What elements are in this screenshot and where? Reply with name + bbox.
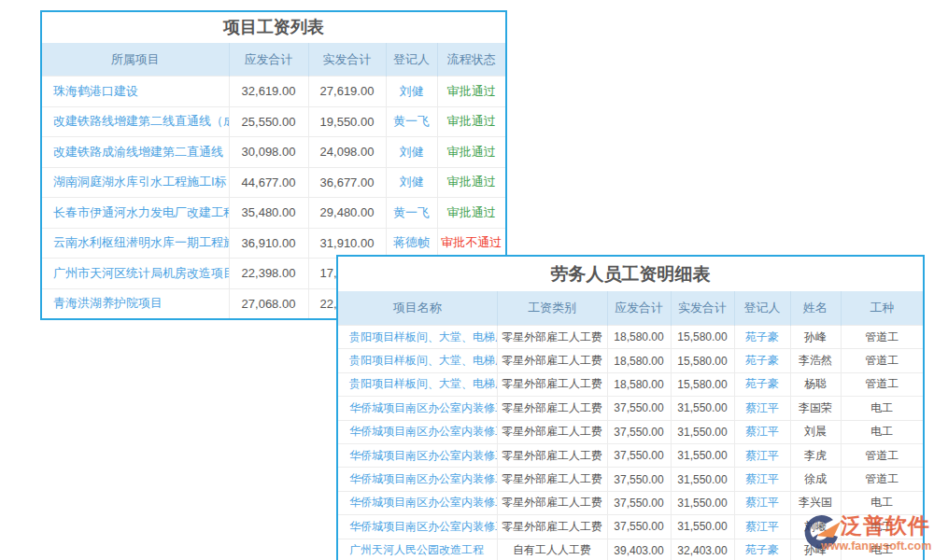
name-cell: 李浩然	[790, 349, 841, 372]
status-cell: 审批不通过	[437, 228, 505, 259]
worktype-cell: 电工	[841, 420, 923, 443]
paid-cell: 29,480.00	[308, 198, 386, 229]
paid-cell: 15,580.00	[671, 349, 734, 372]
project-link[interactable]: 华侨城项目南区办公室内装修工程	[338, 397, 497, 420]
paid-cell: 15,580.00	[671, 372, 734, 396]
payable-cell: 37,550.00	[607, 468, 671, 491]
project-link[interactable]: 改建铁路成渝线增建第二直通线（...	[42, 137, 229, 168]
category-cell: 自有工人人工费	[497, 539, 607, 560]
registrant-link[interactable]: 蔡江平	[734, 420, 790, 443]
table-row: 贵阳项目样板间、大堂、电梯厅装修零星外部雇工人工费18,580.0015,580…	[338, 372, 923, 396]
worktype-cell: 电工	[841, 515, 923, 539]
category-cell: 零星外部雇工人工费	[497, 397, 607, 420]
registrant-link[interactable]: 刘健	[386, 167, 437, 198]
registrant-link[interactable]: 苑子豪	[734, 372, 790, 396]
column-header-project: 项目名称	[338, 291, 497, 326]
name-cell: 李兴国	[790, 491, 841, 514]
table-title: 劳务人员工资明细表	[338, 257, 923, 291]
payable-cell: 27,068.00	[229, 288, 308, 318]
name-cell: 李国荣	[790, 397, 841, 420]
column-header-status: 流程状态	[437, 43, 505, 77]
name-cell: 刘曦	[790, 515, 841, 539]
registrant-link[interactable]: 蔡江平	[734, 397, 790, 420]
category-cell: 零星外部雇工人工费	[497, 515, 607, 539]
project-link[interactable]: 华侨城项目南区办公室内装修工程	[338, 420, 497, 443]
column-header-paid: 实发合计	[671, 291, 734, 326]
worktype-cell: 电工	[841, 491, 923, 514]
project-link[interactable]: 青海洪湖养护院项目	[42, 288, 229, 318]
project-link[interactable]: 广州市天河区统计局机房改造项目	[42, 259, 229, 289]
payable-cell: 22,398.00	[229, 259, 308, 289]
project-link[interactable]: 华侨城项目南区办公室内装修工程	[338, 468, 497, 491]
name-cell: 孙峰	[790, 326, 841, 349]
registrant-link[interactable]: 刘健	[386, 77, 437, 107]
table-row: 华侨城项目南区办公室内装修工程零星外部雇工人工费37,550.0031,550.…	[338, 468, 923, 491]
name-cell: 孙峰	[790, 539, 841, 560]
column-header-registrant: 登记人	[386, 43, 437, 77]
project-link[interactable]: 长春市伊通河水力发电厂改建工程	[42, 198, 229, 229]
project-link[interactable]: 云南水利枢纽潜明水库一期工程施...	[42, 228, 229, 259]
worktype-cell: 管道工	[841, 349, 923, 372]
project-link[interactable]: 华侨城项目南区办公室内装修工程	[338, 515, 497, 539]
project-link[interactable]: 华侨城项目南区办公室内装修工程	[338, 443, 497, 467]
paid-cell: 36,677.00	[308, 167, 386, 198]
payable-cell: 36,910.00	[229, 228, 308, 259]
project-link[interactable]: 湖南洞庭湖水库引水工程施工I标	[42, 167, 229, 198]
table-row: 贵阳项目样板间、大堂、电梯厅装修零星外部雇工人工费18,580.0015,580…	[338, 349, 923, 372]
payable-cell: 37,550.00	[607, 491, 671, 514]
project-link[interactable]: 贵阳项目样板间、大堂、电梯厅装修	[338, 326, 497, 349]
registrant-link[interactable]: 刘健	[386, 137, 437, 168]
registrant-link[interactable]: 苑子豪	[734, 349, 790, 372]
category-cell: 零星外部雇工人工费	[497, 372, 607, 396]
project-link[interactable]: 广州天河人民公园改造工程	[338, 539, 497, 560]
registrant-link[interactable]: 蒋德帧	[386, 228, 437, 259]
worktype-cell: 管道工	[841, 372, 923, 396]
column-header-payable: 应发合计	[607, 291, 671, 326]
project-link[interactable]: 华侨城项目南区办公室内装修工程	[338, 491, 497, 514]
labor-salary-grid: 项目名称工资类别应发合计实发合计登记人姓名工种贵阳项目样板间、大堂、电梯厅装修零…	[338, 291, 923, 560]
payable-cell: 35,480.00	[229, 198, 308, 229]
payable-cell: 18,580.00	[607, 349, 671, 372]
header-row: 所属项目应发合计实发合计登记人流程状态	[42, 43, 505, 77]
name-cell: 刘晨	[790, 420, 841, 443]
table-row: 改建铁路成渝线增建第二直通线（...30,098.0024,098.00刘健审批…	[42, 137, 505, 168]
status-cell: 审批通过	[437, 167, 505, 198]
project-link[interactable]: 贵阳项目样板间、大堂、电梯厅装修	[338, 349, 497, 372]
status-cell: 审批通过	[437, 198, 505, 229]
table-row: 华侨城项目南区办公室内装修工程零星外部雇工人工费37,550.0031,550.…	[338, 420, 923, 443]
table-row: 改建铁路线增建第二线直通线（成...25,550.0019,550.00黄一飞审…	[42, 106, 505, 137]
paid-cell: 31,550.00	[671, 397, 734, 420]
table-row: 湖南洞庭湖水库引水工程施工I标44,677.0036,677.00刘健审批通过	[42, 167, 505, 198]
status-cell: 审批通过	[437, 77, 505, 107]
project-link[interactable]: 改建铁路线增建第二线直通线（成...	[42, 106, 229, 137]
payable-cell: 44,677.00	[229, 167, 308, 198]
registrant-link[interactable]: 苑子豪	[734, 326, 790, 349]
registrant-link[interactable]: 蔡江平	[734, 468, 790, 491]
table-row: 长春市伊通河水力发电厂改建工程35,480.0029,480.00黄一飞审批通过	[42, 198, 505, 229]
registrant-link[interactable]: 蔡江平	[734, 515, 790, 539]
column-header-paid: 实发合计	[308, 43, 386, 77]
payable-cell: 39,403.00	[607, 539, 671, 560]
paid-cell: 31,550.00	[671, 443, 734, 467]
column-header-category: 工资类别	[497, 291, 607, 326]
column-header-payable: 应发合计	[229, 43, 308, 77]
paid-cell: 15,580.00	[671, 326, 734, 349]
paid-cell: 31,550.00	[671, 468, 734, 491]
table-row: 华侨城项目南区办公室内装修工程零星外部雇工人工费37,550.0031,550.…	[338, 491, 923, 514]
paid-cell: 19,550.00	[308, 106, 386, 137]
paid-cell: 31,550.00	[671, 515, 734, 539]
registrant-link[interactable]: 蔡江平	[734, 491, 790, 514]
worktype-cell: 电工	[841, 397, 923, 420]
registrant-link[interactable]: 黄一飞	[386, 198, 437, 229]
registrant-link[interactable]: 蔡江平	[734, 443, 790, 467]
table-row: 贵阳项目样板间、大堂、电梯厅装修零星外部雇工人工费18,580.0015,580…	[338, 326, 923, 349]
project-link[interactable]: 珠海鹤港口建设	[42, 77, 229, 107]
worktype-cell: 管道工	[841, 468, 923, 491]
column-header-worktype: 工种	[841, 291, 923, 326]
table-row: 华侨城项目南区办公室内装修工程零星外部雇工人工费37,550.0031,550.…	[338, 397, 923, 420]
registrant-link[interactable]: 苑子豪	[734, 539, 790, 560]
payable-cell: 37,550.00	[607, 515, 671, 539]
status-cell: 审批通过	[437, 106, 505, 137]
project-link[interactable]: 贵阳项目样板间、大堂、电梯厅装修	[338, 372, 497, 396]
registrant-link[interactable]: 黄一飞	[386, 106, 437, 137]
